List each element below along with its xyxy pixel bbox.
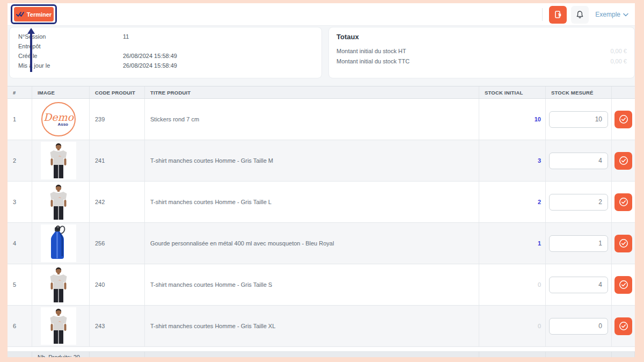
session-label: Mis à jour le — [18, 62, 123, 69]
product-image — [41, 266, 76, 303]
double-check-icon — [16, 11, 24, 17]
demo-asso-logo: DemoAsso — [41, 102, 76, 136]
validate-row-button[interactable] — [614, 276, 632, 294]
stock-initial-value: 0 — [538, 281, 541, 288]
row-index: 1 — [8, 99, 32, 140]
stock-mesure-input[interactable] — [549, 235, 608, 252]
annotation-arrow-shaft — [30, 33, 32, 72]
product-image: DemoAsso — [41, 100, 76, 138]
col-header-stock-mesure: STOCK MESURÉ — [546, 86, 612, 98]
validate-row-button[interactable] — [614, 152, 632, 170]
totals-value: 0,00 € — [610, 48, 627, 54]
table-row: 5 240T-shirt manches courtes Homme - Gri… — [8, 264, 635, 306]
account-menu[interactable]: Exemple — [593, 11, 631, 18]
col-header-stock-initial: STOCK INITIAL — [479, 86, 546, 98]
check-circle-icon — [619, 280, 628, 289]
product-image — [41, 225, 76, 262]
table-header-row: # IMAGE CODE PRODUIT TITRE PRODUIT STOCK… — [8, 86, 635, 99]
col-header-image: IMAGE — [32, 86, 90, 98]
product-title: Gourde personnalisée en métal 400 ml ave… — [145, 223, 479, 264]
tshirt-product-image — [45, 307, 72, 345]
app-window: Terminer Exemple — [8, 3, 635, 357]
session-info-card: N°Session 11 Entrepôt Créé le 26/08/2024… — [9, 27, 322, 78]
totals-label: Montant initial du stock TTC — [336, 58, 409, 64]
col-header-title: TITRE PRODUIT — [145, 86, 479, 98]
table-body: 1 DemoAsso239Stickers rond 7 cm102 241T-… — [8, 99, 635, 347]
check-circle-icon — [619, 321, 628, 331]
session-label: N°Session — [18, 33, 123, 40]
annotation-highlight-box: Terminer — [11, 4, 57, 24]
tshirt-product-image — [45, 183, 72, 221]
row-index: 2 — [8, 140, 32, 181]
table-row: 3 242T-shirt manches courtes Homme - Gri… — [8, 182, 635, 223]
logout-icon — [554, 10, 562, 19]
tshirt-product-image — [45, 266, 72, 303]
session-value: 11 — [123, 33, 129, 40]
totals-value: 0,00 € — [610, 58, 627, 64]
totals-label: Montant initial du stock HT — [336, 48, 406, 54]
col-header-index: # — [8, 86, 32, 98]
validate-row-button[interactable] — [614, 235, 632, 252]
gourde-product-image — [43, 225, 74, 262]
validate-row-button[interactable] — [614, 193, 632, 211]
validate-row-button[interactable] — [614, 317, 632, 335]
product-code: 256 — [90, 223, 145, 264]
product-code: 239 — [90, 99, 145, 140]
topbar-right-cluster: Exemple — [542, 3, 631, 26]
stock-mesure-input[interactable] — [549, 153, 608, 169]
stock-mesure-input[interactable] — [549, 277, 608, 293]
stock-initial-value: 10 — [535, 116, 541, 122]
totals-title: Totaux — [336, 33, 627, 41]
table-row: 4 256Gourde personnalisée en métal 400 m… — [8, 223, 635, 264]
session-label: Créé le — [18, 53, 123, 59]
product-image — [41, 142, 76, 179]
session-row: N°Session 11 — [18, 32, 313, 41]
session-row: Entrepôt — [18, 41, 313, 51]
col-header-actions — [612, 86, 635, 98]
product-code: 240 — [90, 264, 145, 305]
logout-button[interactable] — [549, 6, 567, 24]
product-image — [41, 183, 76, 221]
table-row: 2 241T-shirt manches courtes Homme - Gri… — [8, 140, 635, 182]
session-row: Mis à jour le 26/08/2024 15:58:49 — [18, 61, 313, 70]
check-circle-icon — [619, 114, 628, 124]
row-index: 3 — [8, 182, 32, 222]
product-code: 242 — [90, 182, 145, 222]
totals-row: Montant initial du stock TTC 0,00 € — [336, 56, 627, 66]
stock-initial-value: 3 — [538, 157, 541, 164]
bell-icon — [575, 10, 584, 19]
table-footer-row: Nb. Produits: 20 — [8, 352, 635, 357]
product-title: T-shirt manches courtes Homme - Gris Tai… — [145, 264, 479, 305]
products-count: Nb. Produits: 20 — [32, 352, 90, 357]
terminer-button[interactable]: Terminer — [14, 7, 54, 21]
stock-mesure-input[interactable] — [549, 318, 608, 335]
topbar-divider — [542, 8, 543, 21]
stock-initial-value: 1 — [538, 240, 541, 247]
table-row: 6 243T-shirt manches courtes Homme - Gri… — [8, 306, 635, 347]
notifications-button[interactable] — [571, 6, 589, 24]
stock-mesure-input[interactable] — [549, 111, 608, 128]
check-circle-icon — [619, 156, 628, 165]
account-name: Exemple — [595, 11, 620, 18]
stock-initial-value: 2 — [538, 199, 541, 205]
top-bar: Terminer Exemple — [8, 3, 635, 26]
chevron-down-icon — [623, 13, 628, 17]
products-table: # IMAGE CODE PRODUIT TITRE PRODUIT STOCK… — [8, 86, 635, 357]
totals-card: Totaux Montant initial du stock HT 0,00 … — [328, 27, 635, 78]
session-label: Entrepôt — [18, 43, 123, 49]
session-value: 26/08/2024 15:58:49 — [123, 53, 177, 59]
table-row-partial — [8, 347, 635, 352]
col-header-code: CODE PRODUIT — [90, 86, 145, 98]
session-value: 26/08/2024 15:58:49 — [123, 62, 177, 69]
session-row: Créé le 26/08/2024 15:58:49 — [18, 51, 313, 61]
validate-row-button[interactable] — [614, 111, 632, 128]
row-index: 6 — [8, 306, 32, 346]
table-row: 1 DemoAsso239Stickers rond 7 cm10 — [8, 99, 635, 140]
product-code: 243 — [90, 306, 145, 346]
product-image — [41, 307, 76, 345]
stock-mesure-input[interactable] — [549, 194, 608, 211]
row-index: 5 — [8, 264, 32, 305]
check-circle-icon — [619, 197, 628, 207]
terminer-button-label: Terminer — [27, 11, 52, 18]
product-code: 241 — [90, 140, 145, 181]
